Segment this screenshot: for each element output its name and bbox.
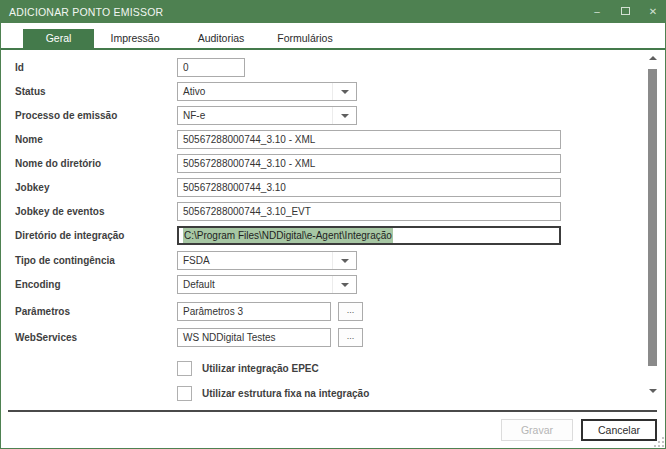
nome-value: 50567288000744_3.10 - XML (183, 132, 315, 148)
encoding-value: Default (183, 277, 215, 293)
processo-dropdown[interactable]: NF-e (177, 106, 357, 125)
selected-text: C:\Program Files\NDDigital\e-Agent\Integ… (183, 228, 393, 244)
field-row-parametros: Parâmetros Parâmetros 3 ... (1, 302, 665, 321)
epec-checkbox[interactable] (177, 361, 192, 376)
parametros-label: Parâmetros (15, 302, 70, 321)
diretorio-integracao-label: Diretório de integração (15, 226, 124, 245)
tab-impressao[interactable]: Impressão (101, 29, 169, 48)
footer: Gravar Cancelar (1, 412, 665, 448)
field-row-jobkey: Jobkey 50567288000744_3.10 (1, 178, 665, 197)
encoding-dropdown[interactable]: Default (177, 275, 357, 294)
status-label: Status (15, 82, 46, 101)
estrutura-fixa-checkbox-label: Utilizar estrutura fixa na integração (202, 384, 369, 403)
save-button[interactable]: Gravar (501, 419, 573, 441)
parametros-value: Parâmetros 3 (183, 304, 243, 320)
tab-formularios[interactable]: Formulários (267, 29, 343, 48)
scroll-up-icon[interactable] (646, 52, 660, 64)
nome-label: Nome (15, 130, 43, 149)
tab-auditorias[interactable]: Auditorias (187, 29, 255, 48)
status-dropdown[interactable]: Ativo (177, 82, 357, 101)
tab-bar: Geral Impressão Auditorias Formulários (1, 23, 665, 50)
scrollbar-thumb[interactable] (648, 69, 657, 366)
title-bar[interactable]: ADICIONAR PONTO EMISSOR – ✕ (1, 1, 665, 23)
id-input[interactable]: 0 (177, 58, 245, 77)
jobkey-eventos-label: Jobkey de eventos (15, 202, 104, 221)
add-emitter-dialog: ADICIONAR PONTO EMISSOR – ✕ Geral Impres… (0, 0, 666, 449)
estrutura-fixa-checkbox[interactable] (177, 386, 192, 401)
field-row-processo: Processo de emissão NF-e (1, 106, 665, 125)
contingencia-dropdown[interactable]: FSDA (177, 251, 357, 270)
encoding-label: Encoding (15, 275, 61, 294)
chevron-down-icon[interactable] (332, 276, 356, 293)
resize-grip-icon[interactable] (654, 437, 664, 447)
diretorio-integracao-input[interactable]: C:\Program Files\NDDigital\e-Agent\Integ… (177, 226, 561, 245)
epec-checkbox-label: Utilizar integração EPEC (202, 359, 319, 378)
nome-diretorio-value: 50567288000744_3.10 - XML (183, 156, 315, 172)
form-area: Id 0 Status Ativo Processo de emissão NF… (1, 52, 665, 412)
nome-diretorio-input[interactable]: 50567288000744_3.10 - XML (177, 154, 561, 173)
webservices-input[interactable]: WS NDDigital Testes (177, 328, 331, 347)
field-row-encoding: Encoding Default (1, 275, 665, 294)
window-controls: – ✕ (591, 1, 659, 23)
field-row-id: Id 0 (1, 58, 665, 77)
webservices-browse-button[interactable]: ... (338, 328, 363, 347)
webservices-label: WebServices (15, 328, 77, 347)
id-label: Id (15, 58, 24, 77)
parametros-browse-button[interactable]: ... (338, 302, 363, 321)
field-row-contingencia: Tipo de contingência FSDA (1, 251, 665, 270)
chevron-down-icon[interactable] (332, 107, 356, 124)
field-row-status: Status Ativo (1, 82, 665, 101)
processo-value: NF-e (183, 108, 205, 124)
vertical-scrollbar[interactable] (646, 52, 660, 399)
tab-geral[interactable]: Geral (23, 29, 94, 48)
checkbox-row-epec: Utilizar integração EPEC (1, 359, 665, 378)
chevron-down-icon[interactable] (332, 83, 356, 100)
scroll-down-icon[interactable] (646, 385, 660, 397)
field-row-nome-diretorio: Nome do diretório 50567288000744_3.10 - … (1, 154, 665, 173)
processo-label: Processo de emissão (15, 106, 117, 125)
cancel-button[interactable]: Cancelar (581, 419, 657, 441)
field-row-nome: Nome 50567288000744_3.10 - XML (1, 130, 665, 149)
field-row-webservices: WebServices WS NDDigital Testes ... (1, 328, 665, 347)
jobkey-input[interactable]: 50567288000744_3.10 (177, 178, 561, 197)
maximize-button[interactable] (619, 1, 631, 23)
contingencia-label: Tipo de contingência (15, 251, 115, 270)
minimize-button[interactable]: – (591, 1, 603, 23)
jobkey-value: 50567288000744_3.10 (183, 180, 286, 196)
field-row-jobkey-eventos: Jobkey de eventos 50567288000744_3.10_EV… (1, 202, 665, 221)
jobkey-label: Jobkey (15, 178, 49, 197)
nome-input[interactable]: 50567288000744_3.10 - XML (177, 130, 561, 149)
close-button[interactable]: ✕ (647, 1, 659, 23)
chevron-down-icon[interactable] (332, 252, 356, 269)
id-value: 0 (183, 60, 189, 76)
checkbox-row-estrutura-fixa: Utilizar estrutura fixa na integração (1, 384, 665, 403)
jobkey-eventos-input[interactable]: 50567288000744_3.10_EVT (177, 202, 561, 221)
nome-diretorio-label: Nome do diretório (15, 154, 101, 173)
maximize-icon (621, 7, 630, 15)
contingencia-value: FSDA (183, 253, 210, 269)
window-title: ADICIONAR PONTO EMISSOR (1, 6, 163, 18)
status-value: Ativo (183, 84, 205, 100)
field-row-diretorio-integracao: Diretório de integração C:\Program Files… (1, 226, 665, 245)
jobkey-eventos-value: 50567288000744_3.10_EVT (183, 204, 311, 220)
webservices-value: WS NDDigital Testes (183, 330, 276, 346)
parametros-input[interactable]: Parâmetros 3 (177, 302, 331, 321)
